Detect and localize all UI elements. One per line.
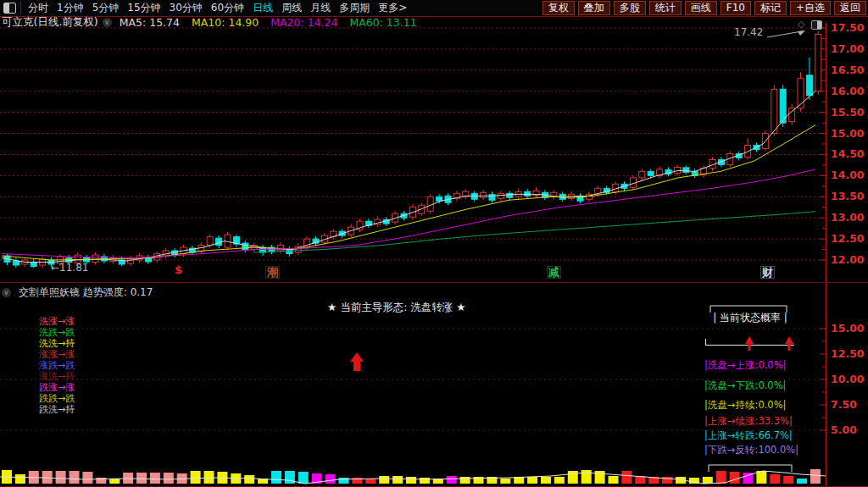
- candle-down: [216, 238, 222, 245]
- ribbon-bar: [595, 471, 605, 484]
- indicator-tick: 10.00: [831, 373, 868, 385]
- legend-item-3: 涨涨→涨: [39, 349, 75, 360]
- legend-item-6: 跌涨→涨: [39, 382, 75, 393]
- candle-down: [806, 75, 812, 96]
- ribbon-bar: [56, 471, 66, 484]
- probability-row-2: |洗盘→持续:0.0%|: [704, 399, 786, 412]
- ribbon-bar: [621, 471, 632, 484]
- candle-down: [648, 171, 654, 175]
- app-window: 分时1分钟5分钟15分钟30分钟60分钟日线周线月线多周期更多> 复权叠加多股统…: [0, 0, 868, 487]
- ribbon-bar: [662, 477, 672, 484]
- ribbon-bar: [420, 478, 430, 484]
- ribbon-bar: [150, 473, 160, 484]
- dominant-pattern-label: ★ 当前主导形态: 洗盘转涨 ★: [327, 301, 466, 315]
- price-tick: 16.50: [831, 64, 868, 76]
- ribbon-bar: [109, 479, 120, 484]
- timeline-arrow: [745, 336, 754, 344]
- probability-row-0: |洗盘→上涨:0.0%|: [704, 359, 786, 372]
- ribbon-bar: [541, 477, 551, 484]
- ribbon-bar: [527, 477, 537, 484]
- ribbon-bar: [70, 471, 80, 484]
- price-tick: 16.00: [831, 85, 868, 97]
- timeline-arrow-stem: [788, 344, 791, 351]
- ribbon-bar: [285, 471, 295, 484]
- ribbon-bar: [379, 476, 389, 484]
- ribbon-bar: [136, 473, 147, 484]
- chevron-down-icon[interactable]: ∨: [2, 288, 11, 297]
- legend-item-5: 涨洗→持: [39, 371, 75, 382]
- candle-up: [798, 79, 804, 108]
- ma10-line: [2, 125, 815, 260]
- ribbon-bar: [797, 479, 807, 484]
- chart-canvas: [0, 0, 868, 487]
- candle-down: [437, 196, 442, 201]
- candle-down: [525, 191, 531, 196]
- legend-item-0: 洗涨→涨: [39, 316, 75, 327]
- diamond-marker-icon[interactable]: ◇: [798, 19, 804, 29]
- ribbon-bar: [447, 476, 457, 484]
- up-arrow-marker: [350, 352, 364, 371]
- timeline-arrow-stem: [748, 344, 751, 351]
- timeline-arrow: [785, 336, 793, 344]
- candle-up: [674, 167, 680, 173]
- high-arrowhead: [798, 30, 805, 36]
- probability-box-title: | 当前状态概率 |: [706, 311, 794, 325]
- watermark-1: 减: [547, 266, 561, 279]
- ribbon-bar: [554, 477, 565, 484]
- ribbon-bar: [810, 469, 821, 484]
- ribbon-bar: [568, 471, 578, 484]
- panel-split-icon[interactable]: [811, 20, 822, 30]
- candle-up: [481, 192, 487, 197]
- price-tick: 15.00: [831, 127, 868, 140]
- ribbon-bracket: [709, 465, 792, 472]
- high-price-label: 17.42: [734, 26, 763, 38]
- candle-up: [498, 193, 504, 198]
- price-tick: 17.00: [831, 42, 868, 55]
- ribbon-bar: [500, 479, 510, 484]
- watermark-0: 潮: [265, 266, 280, 279]
- ribbon-bar: [406, 477, 416, 484]
- ribbon-bar: [164, 473, 174, 484]
- ribbon-bar: [609, 476, 619, 484]
- price-tick: 13.50: [831, 190, 868, 202]
- indicator-tick: 15.00: [831, 322, 868, 335]
- probability-row-3: |上涨→续涨:33.3%|: [704, 415, 793, 428]
- ribbon-bar: [783, 476, 793, 484]
- candle-up: [815, 34, 821, 91]
- price-tick: 14.00: [831, 169, 868, 181]
- legend-item-1: 洗跌→跌: [39, 327, 75, 338]
- price-tick: 14.50: [831, 147, 868, 160]
- probability-row-1: |洗盘→下跌:0.0%|: [704, 379, 786, 392]
- price-tick: 13.00: [831, 211, 868, 224]
- legend-item-4: 涨跌→跌: [39, 360, 75, 371]
- ribbon-bar: [42, 471, 53, 484]
- ribbon-bar: [123, 473, 133, 484]
- ribbon-bar: [716, 471, 726, 484]
- candle-up: [639, 171, 645, 177]
- dollar-marker: $: [175, 263, 182, 276]
- price-tick: 15.50: [831, 106, 868, 119]
- ribbon-bar: [191, 471, 201, 484]
- ribbon-bar: [460, 477, 470, 484]
- ribbon-bar: [271, 471, 281, 484]
- indicator-header: ∨ 交割单照妖镜 趋势强度: 0.17: [2, 285, 153, 300]
- ribbon-bar: [339, 478, 349, 484]
- indicator-tick: 7.50: [831, 398, 868, 411]
- candle-up: [207, 237, 213, 246]
- ribbon-bar: [298, 472, 309, 484]
- candle-up: [771, 89, 777, 133]
- ribbon-bar: [703, 477, 713, 484]
- ribbon-bar: [770, 474, 780, 484]
- ribbon-bar: [326, 474, 336, 484]
- indicator-title: 交割单照妖镜 趋势强度: 0.17: [19, 285, 153, 300]
- ribbon-bar: [514, 477, 524, 484]
- candle-up: [427, 196, 433, 211]
- high-arrow: [767, 31, 802, 37]
- probability-row-5: |下跌→反转:100.0%|: [704, 444, 798, 457]
- probability-row-4: |上涨→转跌:66.7%|: [704, 429, 793, 442]
- candle-down: [13, 261, 19, 265]
- ribbon-bar: [365, 479, 376, 484]
- ribbon-bar: [581, 470, 592, 484]
- candle-down: [683, 168, 689, 172]
- price-tick: 12.00: [831, 253, 868, 266]
